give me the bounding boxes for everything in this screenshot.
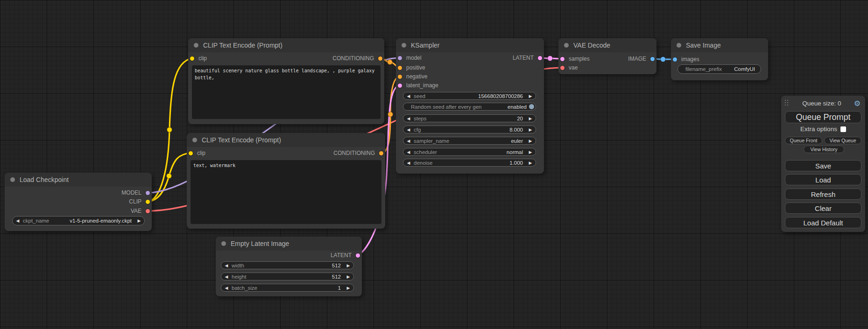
increment-arrow-icon[interactable]: ▶	[525, 127, 536, 132]
view-queue-button[interactable]: View Queue	[824, 137, 861, 144]
model-output-dot[interactable]	[146, 191, 150, 195]
latent-image-input-dot[interactable]	[398, 84, 402, 88]
image-output-dot[interactable]	[650, 57, 655, 61]
load-default-button[interactable]: Load Default	[785, 217, 861, 228]
widget-width[interactable]: ◀ width 512 ▶	[221, 261, 354, 269]
input-slot-positive[interactable]: positive	[398, 63, 425, 72]
input-slot-clip[interactable]: clip	[189, 148, 205, 158]
increment-arrow-icon[interactable]: ▶	[134, 218, 144, 223]
vae-input-dot[interactable]	[560, 66, 565, 70]
output-slot-vae[interactable]: VAE	[131, 206, 150, 216]
drag-handle[interactable]	[785, 100, 790, 107]
node-save-image[interactable]: Save Image images filename_prefix ComfyU…	[671, 38, 768, 80]
negative-input-dot[interactable]	[398, 75, 402, 79]
toggle-knob[interactable]	[529, 104, 534, 109]
node-clip-text-encode-positive[interactable]: CLIP Text Encode (Prompt) clip CONDITION…	[188, 38, 384, 124]
samples-input-dot[interactable]	[560, 57, 565, 61]
output-slot-latent[interactable]: LATENT	[331, 251, 360, 260]
input-slot-vae[interactable]: vae	[560, 63, 578, 72]
node-collapse-dot[interactable]	[10, 177, 15, 182]
latent-output-dot[interactable]	[538, 56, 542, 60]
increment-arrow-icon[interactable]: ▶	[525, 94, 536, 98]
node-collapse-dot[interactable]	[192, 138, 197, 142]
negative-prompt-textarea[interactable]: text, watermark	[191, 160, 381, 224]
node-collapse-dot[interactable]	[564, 43, 569, 48]
input-slot-images[interactable]: images	[673, 55, 699, 64]
decrement-arrow-icon[interactable]: ◀	[403, 94, 414, 98]
positive-prompt-textarea[interactable]: beautiful scenery nature glass bottle la…	[192, 65, 381, 119]
increment-arrow-icon[interactable]: ▶	[525, 150, 536, 154]
node-collapse-dot[interactable]	[402, 43, 406, 48]
decrement-arrow-icon[interactable]: ◀	[221, 263, 232, 268]
widget-sampler-name[interactable]: ◀ sampler_name euler ▶	[403, 137, 536, 145]
node-title-bar[interactable]: Save Image	[671, 38, 768, 52]
node-title-bar[interactable]: KSampler	[396, 38, 544, 52]
node-title-bar[interactable]: Load Checkpoint	[5, 173, 152, 187]
clear-button[interactable]: Clear	[785, 203, 861, 214]
decrement-arrow-icon[interactable]: ◀	[403, 161, 414, 165]
vae-output-dot[interactable]	[146, 209, 150, 213]
decrement-arrow-icon[interactable]: ◀	[403, 139, 414, 143]
widget-seed-control[interactable]: Random seed after every gen enabled	[403, 103, 536, 111]
clip-input-dot[interactable]	[189, 151, 193, 155]
increment-arrow-icon[interactable]: ▶	[343, 263, 353, 268]
decrement-arrow-icon[interactable]: ◀	[403, 116, 414, 121]
node-clip-text-encode-negative[interactable]: CLIP Text Encode (Prompt) clip CONDITION…	[187, 133, 385, 229]
load-button[interactable]: Load	[785, 174, 861, 185]
widget-ckpt-name[interactable]: ◀ ckpt_name v1-5-pruned-emaonly.ckpt ▶	[12, 216, 145, 225]
conditioning-output-dot[interactable]	[378, 56, 382, 61]
settings-gear-icon[interactable]: ⚙	[854, 100, 861, 107]
save-button[interactable]: Save	[785, 160, 861, 171]
node-vae-decode[interactable]: VAE Decode samples vae IMAGE	[558, 38, 656, 74]
output-slot-model[interactable]: MODEL	[121, 188, 150, 197]
clip-input-dot[interactable]	[190, 56, 194, 61]
input-slot-model[interactable]: model	[398, 53, 422, 63]
node-title-bar[interactable]: CLIP Text Encode (Prompt)	[187, 133, 385, 147]
widget-seed[interactable]: ◀ seed 156680208700286 ▶	[403, 92, 536, 100]
queue-front-button[interactable]: Queue Front	[785, 137, 822, 144]
node-empty-latent-image[interactable]: Empty Latent Image LATENT ◀ width 512 ▶ …	[216, 237, 362, 296]
input-slot-negative[interactable]: negative	[398, 72, 427, 81]
input-slot-latent-image[interactable]: latent_image	[398, 81, 438, 90]
node-title-bar[interactable]: VAE Decode	[558, 38, 656, 52]
node-title-bar[interactable]: Empty Latent Image	[216, 237, 362, 251]
output-slot-conditioning[interactable]: CONDITIONING	[332, 54, 382, 63]
input-slot-clip[interactable]: clip	[190, 54, 207, 63]
decrement-arrow-icon[interactable]: ◀	[13, 218, 23, 223]
node-load-checkpoint[interactable]: Load Checkpoint MODEL CLIP VAE ◀ ckpt_na…	[5, 173, 152, 231]
widget-filename-prefix[interactable]: filename_prefix ComfyUI	[677, 64, 761, 74]
latent-output-dot[interactable]	[356, 253, 360, 258]
input-slot-samples[interactable]: samples	[560, 54, 590, 63]
images-input-dot[interactable]	[673, 57, 677, 62]
widget-cfg[interactable]: ◀ cfg 8.000 ▶	[403, 126, 536, 133]
view-history-button[interactable]: View History	[804, 146, 844, 153]
increment-arrow-icon[interactable]: ▶	[525, 139, 536, 143]
node-ksampler[interactable]: KSampler model positive negative latent_…	[396, 38, 544, 174]
decrement-arrow-icon[interactable]: ◀	[403, 127, 414, 132]
clip-output-dot[interactable]	[146, 200, 150, 204]
widget-height[interactable]: ◀ height 512 ▶	[221, 273, 354, 280]
conditioning-output-dot[interactable]	[379, 151, 383, 155]
widget-scheduler[interactable]: ◀ scheduler normal ▶	[403, 148, 536, 156]
decrement-arrow-icon[interactable]: ◀	[403, 150, 414, 154]
widget-steps[interactable]: ◀ steps 20 ▶	[403, 114, 536, 122]
output-slot-clip[interactable]: CLIP	[129, 197, 150, 206]
decrement-arrow-icon[interactable]: ◀	[221, 274, 232, 279]
increment-arrow-icon[interactable]: ▶	[525, 161, 536, 165]
output-slot-latent[interactable]: LATENT	[513, 53, 542, 63]
widget-batch-size[interactable]: ◀ batch_size 1 ▶	[221, 284, 354, 292]
refresh-button[interactable]: Refresh	[785, 189, 861, 200]
decrement-arrow-icon[interactable]: ◀	[221, 286, 232, 290]
queue-prompt-button[interactable]: Queue Prompt	[785, 111, 861, 123]
model-input-dot[interactable]	[398, 56, 402, 60]
extra-options-checkbox[interactable]	[840, 126, 846, 132]
node-collapse-dot[interactable]	[221, 241, 226, 246]
widget-denoise[interactable]: ◀ denoise 1.000 ▶	[403, 159, 536, 167]
positive-input-dot[interactable]	[398, 66, 402, 70]
increment-arrow-icon[interactable]: ▶	[343, 286, 353, 290]
node-title-bar[interactable]: CLIP Text Encode (Prompt)	[188, 38, 384, 52]
output-slot-conditioning[interactable]: CONDITIONING	[333, 148, 383, 158]
increment-arrow-icon[interactable]: ▶	[525, 116, 536, 121]
node-collapse-dot[interactable]	[194, 43, 198, 48]
node-collapse-dot[interactable]	[677, 43, 681, 48]
